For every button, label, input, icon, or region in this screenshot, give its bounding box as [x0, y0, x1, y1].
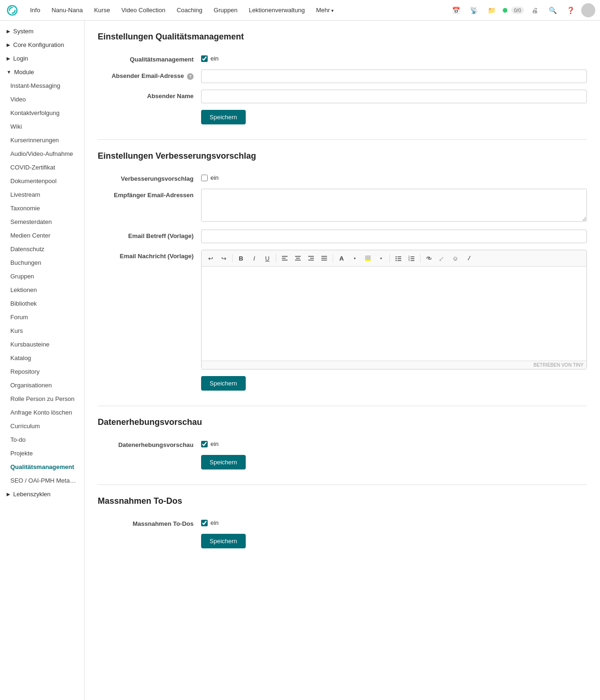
sidebar-item-seo---oai-pmh-metadaten[interactable]: SEO / OAI-PMH Metadaten: [0, 474, 84, 487]
arrow-icon: ▶: [7, 42, 10, 47]
svg-point-16: [396, 258, 397, 259]
bg-color-button[interactable]: [362, 252, 374, 264]
qm-checkbox[interactable]: [201, 55, 208, 62]
email-input[interactable]: [201, 69, 587, 83]
sidebar-item-audio-video-aufnahme[interactable]: Audio/Video-Aufnahme: [0, 147, 84, 161]
sidebar-item-curriculum[interactable]: Curriculum: [0, 419, 84, 433]
rss-icon[interactable]: 📡: [467, 3, 481, 17]
search-icon[interactable]: 🔍: [545, 3, 560, 17]
nav-mehr[interactable]: Mehr: [312, 4, 338, 16]
toolbar-sep-3: [333, 254, 333, 262]
sidebar-item-buchungen[interactable]: Buchungen: [0, 256, 84, 269]
sidebar-item-to-do[interactable]: To-do: [0, 433, 84, 446]
sidebar-item-medien-center[interactable]: Medien Center: [0, 229, 84, 242]
sidebar-item-semesterdaten[interactable]: Semesterdaten: [0, 215, 84, 229]
sidebar-group-system-header[interactable]: ▶ System: [0, 24, 84, 38]
sidebar-group-login: ▶ Login: [0, 52, 84, 65]
list-ordered-button[interactable]: 1.2.3.: [405, 252, 418, 264]
sidebar-item-gruppen[interactable]: Gruppen: [0, 269, 84, 283]
align-left-button[interactable]: [279, 252, 291, 264]
vv-checkbox[interactable]: [201, 175, 208, 181]
sidebar-item-instant-messaging[interactable]: Instant-Messaging: [0, 79, 84, 92]
list-unordered-button[interactable]: [392, 252, 405, 264]
sidebar-group-core-header[interactable]: ▶ Core Konfiguration: [0, 38, 84, 52]
link-button[interactable]: [423, 252, 435, 264]
emoji-button[interactable]: ☺: [449, 252, 461, 264]
name-input[interactable]: [201, 90, 587, 103]
nachricht-editor[interactable]: [202, 267, 586, 361]
sidebar-item-projekte[interactable]: Projekte: [0, 446, 84, 460]
sidebar-group-module-header[interactable]: ▼ Module: [0, 65, 84, 79]
font-color-dropdown[interactable]: ▾: [349, 252, 361, 264]
sidebar-item-katalog[interactable]: Katalog: [0, 351, 84, 365]
align-center-button[interactable]: [292, 252, 304, 264]
nachricht-label: Email Nachricht (Vorlage): [98, 250, 201, 260]
empfaenger-textarea[interactable]: [201, 189, 587, 222]
nav-gruppen[interactable]: Gruppen: [209, 4, 242, 16]
nav-video-collection[interactable]: Video Collection: [117, 4, 170, 16]
unlink-button[interactable]: [436, 252, 448, 264]
sidebar-item-rolle-person-zu-person[interactable]: Rolle Person zu Person: [0, 392, 84, 406]
redo-button[interactable]: ↪: [218, 252, 230, 264]
nav-coaching[interactable]: Coaching: [172, 4, 207, 16]
sidebar-group-login-header[interactable]: ▶ Login: [0, 52, 84, 65]
svg-line-26: [440, 260, 441, 261]
sidebar-item-lektionen[interactable]: Lektionen: [0, 283, 84, 297]
layout: ▶ System ▶ Core Konfiguration ▶ Login ▼ …: [0, 21, 600, 700]
sidebar-item-datenschutz[interactable]: Datenschutz: [0, 242, 84, 256]
sidebar-item-kurserinnerungen[interactable]: Kurserinnerungen: [0, 133, 84, 147]
mt-save-button[interactable]: Speichern: [201, 534, 246, 548]
sidebar-group-lebenszyklen-header[interactable]: ▶ Lebenszyklen: [0, 487, 84, 501]
undo-button[interactable]: ↩: [204, 252, 217, 264]
sidebar-item-taxonomie[interactable]: Taxonomie: [0, 201, 84, 215]
mt-checkbox[interactable]: [201, 520, 208, 526]
folder-icon[interactable]: 📁: [485, 3, 499, 17]
logo[interactable]: [5, 3, 20, 18]
align-right-button[interactable]: [305, 252, 317, 264]
align-justify-button[interactable]: [318, 252, 330, 264]
qm-ein-label: ein: [210, 55, 218, 62]
editor-wrap-outer: ↩ ↪ B I U: [201, 250, 587, 369]
nav-nanu-nana[interactable]: Nanu-Nana: [47, 4, 88, 16]
print-icon[interactable]: 🖨: [528, 3, 542, 17]
sidebar-item-forum[interactable]: Forum: [0, 310, 84, 324]
font-color-button[interactable]: A: [335, 252, 348, 264]
sidebar-item-covid-zertifikat[interactable]: COVID-Zertifikat: [0, 161, 84, 174]
betreff-input[interactable]: [201, 230, 587, 243]
sidebar-item-kurs[interactable]: Kurs: [0, 324, 84, 338]
avatar[interactable]: [581, 3, 595, 17]
vv-save-button[interactable]: Speichern: [201, 376, 246, 391]
de-save-button[interactable]: Speichern: [201, 455, 246, 469]
help-icon[interactable]: ?: [187, 73, 194, 80]
nav-lektionenverwaltung[interactable]: Lektionenverwaltung: [244, 4, 309, 16]
code-button[interactable]: 𝐼: [462, 252, 475, 264]
arrow-icon: ▶: [7, 492, 10, 497]
sidebar-item-repository[interactable]: Repository: [0, 365, 84, 378]
svg-rect-13: [365, 260, 371, 261]
calendar-icon[interactable]: 📅: [449, 3, 463, 17]
de-save-spacer: [98, 455, 201, 458]
sidebar-item-video[interactable]: Video: [0, 92, 84, 106]
nav-kurse[interactable]: Kurse: [89, 4, 115, 16]
bg-color-dropdown[interactable]: ▾: [375, 252, 387, 264]
de-checkbox[interactable]: [201, 441, 208, 447]
qm-save-button[interactable]: Speichern: [201, 110, 246, 124]
section-qm-title: Einstellungen Qualitätsmanagement: [98, 32, 587, 46]
sidebar-item-organisationen[interactable]: Organisationen: [0, 378, 84, 392]
italic-button[interactable]: I: [248, 252, 260, 264]
nav-info[interactable]: Info: [25, 4, 45, 16]
sidebar-item-qualit-tsmanagement[interactable]: Qualitätsmanagement: [0, 460, 84, 474]
form-row-mt-save: Speichern: [98, 534, 587, 548]
sidebar-item-anfrage-konto-l-schen[interactable]: Anfrage Konto löschen: [0, 406, 84, 419]
bold-button[interactable]: B: [235, 252, 247, 264]
section-qualitaetsmanagement: Einstellungen Qualitätsmanagement Qualit…: [98, 32, 587, 124]
sidebar-item-livestream[interactable]: Livestream: [0, 188, 84, 201]
sidebar-item-bibliothek[interactable]: Bibliothek: [0, 297, 84, 310]
sidebar-item-wiki[interactable]: Wiki: [0, 120, 84, 133]
underline-button[interactable]: U: [261, 252, 273, 264]
sidebar-item-dokumentenpool[interactable]: Dokumentenpool: [0, 174, 84, 188]
sidebar-item-kursbausteine[interactable]: Kursbausteine: [0, 338, 84, 351]
sidebar-item-kontaktverfolgung[interactable]: Kontaktverfolgung: [0, 106, 84, 120]
sidebar-group-lebenszyklen: ▶ Lebenszyklen: [0, 487, 84, 501]
help-icon[interactable]: ❓: [563, 3, 577, 17]
